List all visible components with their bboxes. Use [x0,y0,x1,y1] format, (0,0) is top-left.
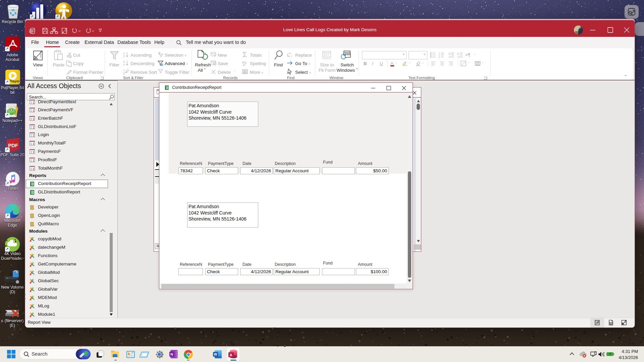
svg-text:abc: abc [242,61,247,64]
svg-text:Z: Z [123,55,125,58]
svg-text:W: W [214,352,217,356]
svg-text:Z: Z [123,72,125,75]
svg-text:A: A [229,353,232,357]
svg-text:Player: Player [9,79,20,83]
svg-text:N: N [170,352,173,356]
svg-text:A: A [123,63,125,66]
svg-text:3: 3 [439,56,440,58]
svg-text:PDF: PDF [8,142,18,148]
svg-text:c: c [291,55,292,58]
